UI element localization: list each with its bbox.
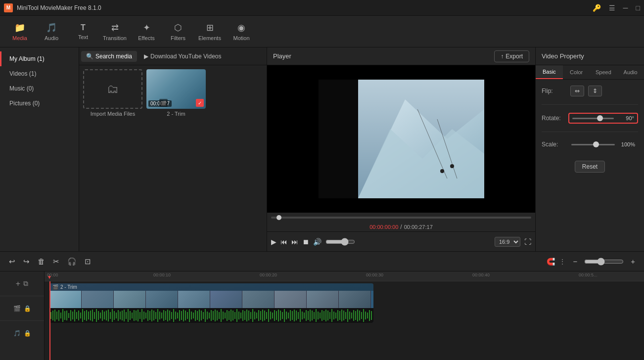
crop-button[interactable]: ⊡: [82, 256, 94, 267]
video-track[interactable]: 🎬 2 - Trim: [49, 283, 373, 323]
redo-button[interactable]: ↪: [20, 256, 33, 267]
svg-rect-125: [278, 310, 279, 321]
svg-rect-85: [199, 310, 200, 321]
toolbar-motion[interactable]: ◉ Motion: [226, 18, 257, 45]
tab-color[interactable]: Color: [563, 65, 590, 79]
cut-button[interactable]: ✂: [50, 256, 62, 267]
aspect-ratio-select[interactable]: 16:9 4:3 1:1 9:16: [495, 237, 520, 247]
toolbar-transition-label: Transition: [103, 35, 127, 41]
svg-rect-127: [282, 312, 283, 319]
svg-rect-156: [339, 311, 340, 320]
zoom-in-button[interactable]: +: [628, 256, 638, 267]
menu-icon[interactable]: ☰: [609, 4, 615, 12]
svg-rect-71: [171, 312, 172, 319]
sidebar-item-videos[interactable]: Videos (1): [0, 66, 79, 81]
toolbar-effects[interactable]: ✦ Effects: [131, 18, 162, 45]
sidebar-item-music[interactable]: Music (0): [0, 81, 79, 96]
svg-rect-48: [126, 312, 127, 319]
timeline-right: 00:00 00:00:10 00:00:20 00:00:30 00:00:4…: [45, 271, 644, 360]
reset-button[interactable]: Reset: [575, 161, 605, 173]
app-logo: M: [4, 3, 13, 12]
lock-audio-icon[interactable]: 🔒: [24, 330, 31, 337]
svg-rect-89: [207, 312, 208, 319]
sidebar: My Album (1) Videos (1) Music (0) Pictur…: [0, 47, 79, 251]
player-video: [267, 65, 535, 213]
tab-basic[interactable]: Basic: [536, 65, 563, 79]
next-frame-button[interactable]: ⏭: [291, 238, 298, 246]
flip-horizontal-button[interactable]: ⇔: [570, 86, 584, 96]
audio-detach-button[interactable]: 🎧: [64, 256, 80, 267]
scale-slider[interactable]: [571, 144, 615, 145]
search-media-button[interactable]: 🔍 Search media: [81, 51, 137, 62]
ruler-20: 00:00:20: [260, 272, 277, 277]
undo-button[interactable]: ↩: [6, 256, 18, 267]
fullscreen-button[interactable]: ⛶: [524, 238, 531, 246]
svg-rect-41: [112, 309, 113, 322]
titlebar-controls[interactable]: 🔑 ☰ ─ □: [593, 4, 640, 12]
copy-track-icon[interactable]: ⧉: [23, 279, 28, 288]
svg-rect-126: [280, 311, 281, 320]
sidebar-item-album[interactable]: My Album (1): [0, 51, 79, 66]
svg-rect-90: [209, 313, 210, 318]
audio-track-icon: 🎵: [13, 330, 21, 337]
svg-rect-119: [266, 312, 267, 319]
flip-vertical-button[interactable]: ⇕: [588, 86, 602, 96]
progress-bar[interactable]: [271, 217, 531, 219]
tab-audio[interactable]: Audio: [617, 65, 644, 79]
svg-rect-132: [292, 311, 293, 320]
svg-rect-158: [343, 311, 344, 320]
rotate-slider[interactable]: [572, 118, 614, 119]
frame-8: [275, 291, 307, 308]
svg-rect-144: [316, 309, 317, 322]
toolbar-text[interactable]: T Text: [67, 18, 99, 45]
volume-button[interactable]: 🔊: [313, 238, 322, 246]
minimize-icon[interactable]: ─: [623, 4, 628, 12]
svg-rect-123: [274, 310, 275, 321]
timeline-add-track: + ⧉: [0, 271, 44, 296]
prev-frame-button[interactable]: ⏮: [280, 238, 287, 246]
svg-rect-129: [286, 312, 287, 319]
toolbar-audio[interactable]: 🎵 Audio: [36, 18, 67, 45]
delete-button[interactable]: 🗑: [35, 256, 48, 267]
play-button[interactable]: ▶: [271, 238, 276, 246]
media-thumb: 00:00:27 ✓ 🎬: [146, 69, 206, 109]
maximize-icon[interactable]: □: [636, 4, 640, 12]
add-track-icon[interactable]: +: [16, 279, 20, 288]
zoom-out-button[interactable]: −: [570, 256, 580, 267]
svg-rect-72: [173, 309, 174, 322]
svg-rect-128: [284, 309, 285, 322]
svg-rect-29: [88, 312, 89, 319]
toolbar-filters[interactable]: ⬡ Filters: [162, 18, 194, 45]
frame-3: [114, 291, 146, 308]
key-icon[interactable]: 🔑: [593, 4, 601, 12]
frame-6: [210, 291, 242, 308]
svg-rect-34: [98, 311, 99, 320]
toolbar-transition[interactable]: ⇄ Transition: [99, 18, 131, 45]
svg-rect-13: [56, 312, 57, 319]
import-media-button[interactable]: 🗂: [83, 69, 142, 109]
toolbar-elements[interactable]: ⊞ Elements: [194, 18, 226, 45]
waveform-svg: [49, 308, 373, 323]
svg-rect-117: [262, 310, 263, 321]
stop-button[interactable]: ⏹: [302, 238, 309, 246]
tab-speed[interactable]: Speed: [590, 65, 617, 79]
svg-rect-131: [290, 310, 291, 321]
flip-row: Flip: ⇔ ⇕: [542, 86, 638, 96]
svg-rect-27: [84, 311, 85, 320]
export-button[interactable]: ↑ Export: [494, 50, 529, 62]
media-clip-item[interactable]: 00:00:27 ✓ 🎬 2 - Trim: [146, 69, 206, 247]
svg-rect-74: [177, 313, 178, 318]
zoom-slider[interactable]: [584, 258, 624, 266]
lock-track-icon[interactable]: 🔒: [24, 305, 31, 312]
svg-rect-57: [143, 312, 144, 319]
video-frame: [319, 80, 484, 198]
youtube-download-button[interactable]: ▶ Download YouTube Videos: [139, 51, 226, 62]
svg-rect-54: [138, 310, 138, 321]
svg-rect-168: [363, 309, 364, 322]
svg-rect-10: [50, 312, 51, 319]
svg-rect-80: [189, 309, 190, 322]
toolbar-media[interactable]: 📁 Media: [4, 18, 36, 45]
rotate-label: Rotate:: [542, 115, 566, 122]
sidebar-item-pictures[interactable]: Pictures (0): [0, 96, 79, 111]
volume-slider[interactable]: [325, 238, 355, 246]
